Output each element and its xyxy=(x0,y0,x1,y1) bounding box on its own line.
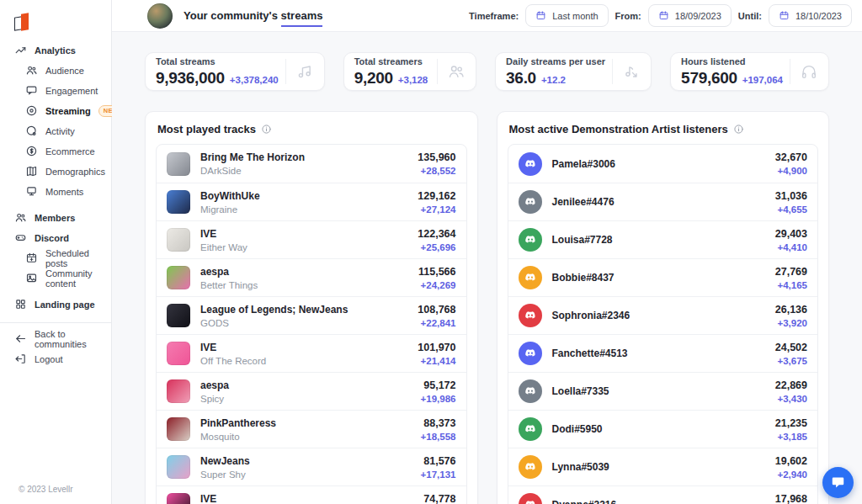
sidebar-item-audience[interactable]: Audience xyxy=(0,61,111,80)
listener-row[interactable]: Pamela#3006 32,670 +4,900 xyxy=(508,145,818,183)
track-row[interactable]: IVE Baddie 74,778 +15,703 xyxy=(157,485,466,504)
listener-row[interactable]: Loella#7335 22,869 +3,430 xyxy=(508,372,818,410)
track-row[interactable]: League of Legends; NewJeans GODS 108,768… xyxy=(157,296,466,334)
community-avatar[interactable] xyxy=(147,3,173,29)
track-streams-delta: +21,414 xyxy=(418,356,455,366)
stat-label: Total streamers xyxy=(354,56,428,66)
listener-row[interactable]: Fanchette#4513 24,502 +3,675 xyxy=(508,334,818,372)
track-streams-delta: +17,131 xyxy=(421,470,456,480)
info-icon[interactable] xyxy=(261,124,272,135)
album-art xyxy=(167,228,190,252)
track-title: Super Shy xyxy=(200,470,250,480)
track-title: Spicy xyxy=(200,394,229,404)
sidebar-item-demographics[interactable]: Demographics xyxy=(0,162,111,181)
stat-value: 9,936,000 xyxy=(156,69,225,88)
sidebar-item-members[interactable]: Members xyxy=(0,208,111,227)
track-row[interactable]: NewJeans Super Shy 81,576 +17,131 xyxy=(157,448,466,485)
listener-row[interactable]: Lynna#5039 19,602 +2,940 xyxy=(508,448,818,485)
sidebar-item-community-content[interactable]: Community content xyxy=(0,268,111,288)
sidebar-item-scheduled-posts[interactable]: Scheduled posts xyxy=(0,248,111,268)
stat-card-hours-listened: Hours listened 579,600 +197,064 xyxy=(670,52,829,91)
album-art xyxy=(167,304,190,327)
sidebar-item-moments[interactable]: Moments xyxy=(0,182,111,201)
sidebar-item-discord[interactable]: Discord xyxy=(0,228,111,247)
listener-row[interactable]: Dyanne#3316 17,968 +2,695 xyxy=(508,485,818,504)
track-streams-delta: +25,696 xyxy=(418,242,455,252)
track-artist: IVE xyxy=(200,228,247,240)
sidebar-item-logout[interactable]: Logout xyxy=(0,349,111,369)
stat-card-daily-streams-per-user: Daily streams per user 36.0 +12.2 xyxy=(495,52,652,91)
track-artist: IVE xyxy=(200,342,266,353)
scheduled-posts-icon xyxy=(25,252,38,264)
track-row[interactable]: aespa Better Things 115,566 +24,269 xyxy=(157,258,466,296)
track-row[interactable]: BoyWithUke Migraine 129,162 +27,124 xyxy=(157,183,466,220)
tab-streams[interactable]: streams xyxy=(281,9,323,27)
calendar-icon xyxy=(658,10,669,21)
album-art xyxy=(167,266,190,289)
timeframe-select[interactable]: Last month xyxy=(525,4,608,27)
album-art xyxy=(167,493,190,504)
listener-streams-value: 22,869 xyxy=(775,379,807,391)
track-streams-value: 115,566 xyxy=(418,266,456,278)
discord-avatar-icon xyxy=(519,493,542,504)
panels-row: Most played tracks Bring Me The Horizon … xyxy=(145,111,829,504)
chat-bubble-icon xyxy=(830,475,846,491)
sidebar-item-back-to-communities[interactable]: Back to communities xyxy=(0,329,111,348)
from-label: From: xyxy=(615,11,641,21)
from-date-input[interactable]: 18/09/2023 xyxy=(648,4,732,27)
community-content-icon xyxy=(25,272,38,284)
track-streams-delta: +28,552 xyxy=(418,166,455,176)
timeframe-label: Timeframe: xyxy=(469,11,519,21)
listener-row[interactable]: Dodi#5950 21,235 +3,185 xyxy=(508,410,818,448)
until-date-value: 18/10/2023 xyxy=(795,11,842,21)
listener-name: Lynna#5039 xyxy=(552,461,609,473)
sidebar: Analytics Audience Engagement Streaming … xyxy=(0,0,112,504)
sidebar-item-landing-page[interactable]: Landing page xyxy=(0,294,111,314)
listener-row[interactable]: Louisa#7728 29,403 +4,410 xyxy=(508,220,818,258)
track-row[interactable]: IVE Either Way 122,364 +25,696 xyxy=(157,220,466,258)
sidebar-item-activity[interactable]: Activity xyxy=(0,121,111,141)
listener-name: Bobbie#8437 xyxy=(552,272,615,284)
stat-delta: +3,128 xyxy=(398,75,428,85)
stat-label: Daily streams per user xyxy=(506,56,605,66)
listener-row[interactable]: Jenilee#4476 31,036 +4,655 xyxy=(508,183,818,220)
from-date-value: 18/09/2023 xyxy=(675,11,721,21)
track-row[interactable]: Bring Me The Horizon DArkSide 135,960 +2… xyxy=(157,145,466,183)
album-art xyxy=(167,342,190,365)
chat-widget-button[interactable] xyxy=(822,467,854,498)
track-streams-delta: +24,269 xyxy=(418,280,456,290)
discord-avatar-icon xyxy=(519,266,542,289)
listener-row[interactable]: Bobbie#8437 27,769 +4,165 xyxy=(508,258,818,296)
track-title: Better Things xyxy=(200,280,258,290)
sidebar-item-engagement[interactable]: Engagement xyxy=(0,81,111,100)
listener-streams-value: 19,602 xyxy=(775,455,807,467)
until-date-input[interactable]: 18/10/2023 xyxy=(769,4,852,27)
panel-title-row: Most played tracks xyxy=(157,123,466,135)
track-title: Migraine xyxy=(200,204,260,215)
sidebar-item-analytics[interactable]: Analytics xyxy=(0,40,111,60)
page-title: Your community's streams xyxy=(184,9,322,22)
listener-streams-value: 29,403 xyxy=(775,228,807,240)
listener-streams-value: 27,769 xyxy=(775,266,807,278)
track-row[interactable]: PinkPantheress Mosquito 88,373 +18,558 xyxy=(157,410,466,448)
sidebar-item-ecommerce[interactable]: Ecommerce xyxy=(0,141,111,161)
listener-name: Pamela#3006 xyxy=(552,158,615,170)
track-streams-value: 81,576 xyxy=(421,455,456,467)
moments-icon xyxy=(25,185,38,198)
calendar-icon xyxy=(535,10,546,21)
page-title-prefix: Your community's xyxy=(184,9,281,22)
track-row[interactable]: IVE Off The Record 101,970 +21,414 xyxy=(157,334,466,372)
stat-delta: +3,378,240 xyxy=(230,75,279,85)
listener-row[interactable]: Sophronia#2346 26,136 +3,920 xyxy=(508,296,818,334)
listener-streams-value: 26,136 xyxy=(775,304,807,316)
listener-streams-delta: +4,900 xyxy=(775,166,807,176)
listener-streams-value: 17,968 xyxy=(775,493,807,504)
listener-name: Loella#7335 xyxy=(552,385,609,397)
sidebar-divider xyxy=(0,322,111,323)
info-icon[interactable] xyxy=(733,124,744,135)
track-artist: Bring Me The Horizon xyxy=(200,151,305,163)
sidebar-item-streaming[interactable]: Streaming NEW xyxy=(0,101,111,120)
stat-label: Hours listened xyxy=(681,56,783,66)
levellr-logo-icon[interactable] xyxy=(14,8,111,30)
track-row[interactable]: aespa Spicy 95,172 +19,986 xyxy=(157,372,466,410)
